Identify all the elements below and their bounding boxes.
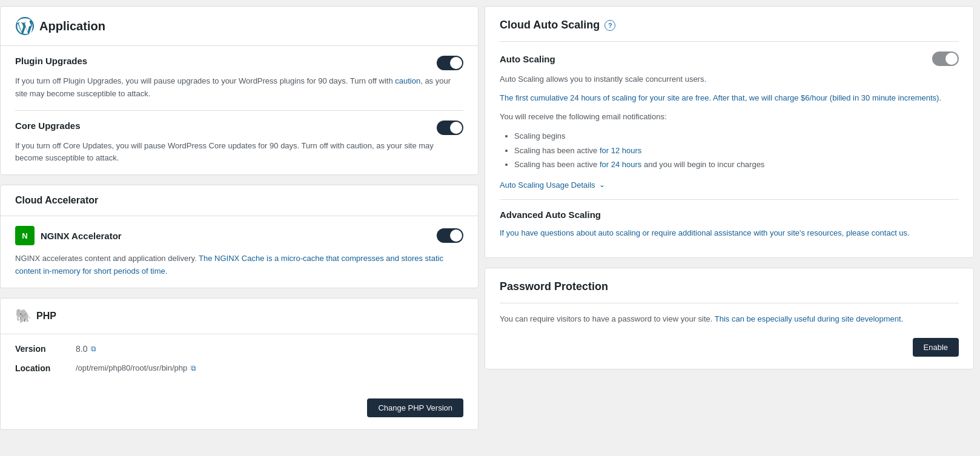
- php-elephant-icon: 🐘: [15, 308, 31, 324]
- nginx-cache-link[interactable]: The NGINX Cache is a micro-cache that co…: [15, 254, 443, 276]
- nginx-icon: N: [15, 226, 35, 245]
- password-dev-link[interactable]: This can be especially useful during sit…: [715, 314, 903, 323]
- notification-item-3: Scaling has been active for 24 hours and…: [514, 157, 959, 171]
- php-location-copy-icon[interactable]: ⧉: [191, 364, 196, 372]
- password-protection-title: Password Protection: [500, 280, 959, 293]
- auto-scaling-free-info: The first cumulative 24 hours of scaling…: [500, 92, 959, 105]
- wordpress-logo: [15, 16, 35, 36]
- nginx-toggle[interactable]: [437, 228, 463, 243]
- php-title: PHP: [36, 311, 56, 322]
- core-upgrades-description: If you turn off Core Updates, you will p…: [15, 140, 463, 165]
- core-upgrades-label: Core Upgrades: [15, 121, 81, 131]
- cloud-accelerator-title: Cloud Accelerator: [15, 195, 98, 206]
- advanced-auto-scaling-description: If you have questions about auto scaling…: [500, 227, 959, 240]
- app-title: Application: [39, 19, 105, 33]
- change-php-button[interactable]: Change PHP Version: [367, 398, 463, 417]
- chevron-down-icon: ⌄: [599, 180, 605, 189]
- auto-scaling-notifications: Scaling begins Scaling has been active f…: [500, 129, 959, 171]
- core-upgrades-toggle[interactable]: [437, 121, 463, 135]
- php-version-value: 8.0: [76, 344, 87, 354]
- notification-item-2: Scaling has been active for 12 hours: [514, 144, 959, 157]
- auto-scaling-usage-details-link[interactable]: Auto Scaling Usage Details ⌄: [500, 180, 959, 190]
- auto-scaling-toggle[interactable]: [932, 51, 959, 66]
- php-location-value: /opt/remi/php80/root/usr/bin/php: [76, 363, 187, 372]
- advanced-auto-scaling-title: Advanced Auto Scaling: [500, 210, 959, 220]
- plugin-upgrades-description: If you turn off Plugin Upgrades, you wil…: [15, 75, 463, 101]
- usage-details-label: Auto Scaling Usage Details: [500, 180, 595, 190]
- plugin-upgrades-toggle[interactable]: [437, 56, 463, 70]
- auto-scaling-notification-intro: You will receive the following email not…: [500, 111, 959, 124]
- nginx-description: NGINX accelerates content and applicatio…: [15, 253, 463, 278]
- nginx-label: NGINX Accelerator: [41, 231, 122, 241]
- auto-scaling-description: Auto Scaling allows you to instantly sca…: [500, 73, 959, 86]
- cloud-auto-scaling-title: Cloud Auto Scaling: [500, 19, 600, 31]
- enable-password-button[interactable]: Enable: [913, 338, 959, 357]
- password-protection-description: You can require visitors to have a passw…: [500, 313, 959, 326]
- auto-scaling-help-icon[interactable]: ?: [604, 20, 615, 31]
- php-version-key: Version: [15, 344, 64, 354]
- php-location-key: Location: [15, 363, 64, 373]
- plugin-upgrades-caution-link[interactable]: caution: [395, 76, 420, 85]
- php-version-copy-icon[interactable]: ⧉: [91, 345, 96, 353]
- auto-scaling-subtitle: Auto Scaling: [500, 54, 555, 64]
- notification-item-1: Scaling begins: [514, 129, 959, 143]
- plugin-upgrades-label: Plugin Upgrades: [15, 56, 87, 66]
